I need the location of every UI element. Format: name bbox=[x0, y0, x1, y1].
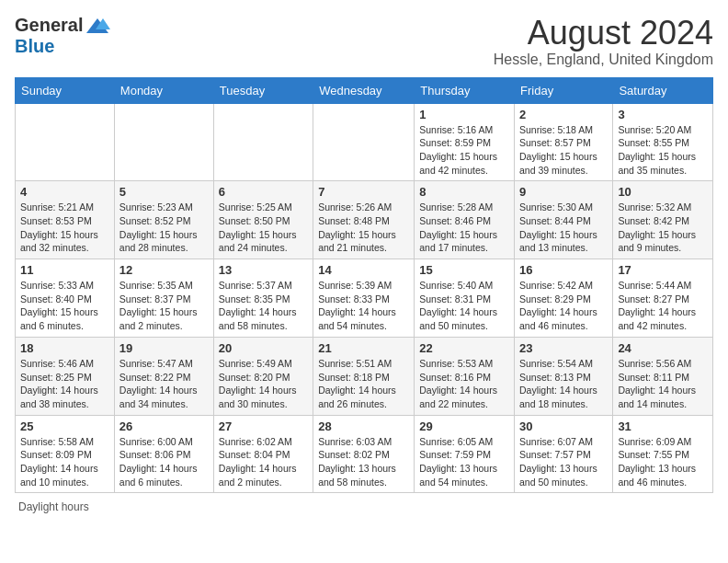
day-info: Sunrise: 5:18 AM Sunset: 8:57 PM Dayligh… bbox=[519, 123, 608, 178]
weekday-header-friday: Friday bbox=[515, 77, 613, 103]
day-info: Sunrise: 5:44 AM Sunset: 8:27 PM Dayligh… bbox=[618, 279, 708, 333]
calendar-cell bbox=[213, 103, 313, 181]
logo-general-text: General bbox=[15, 15, 83, 36]
day-info: Sunrise: 5:21 AM Sunset: 8:53 PM Dayligh… bbox=[20, 201, 109, 255]
day-info: Sunrise: 6:07 AM Sunset: 7:57 PM Dayligh… bbox=[519, 435, 608, 489]
day-info: Sunrise: 5:28 AM Sunset: 8:46 PM Dayligh… bbox=[419, 201, 509, 255]
day-number: 11 bbox=[20, 263, 109, 277]
calendar-cell: 28Sunrise: 6:03 AM Sunset: 8:02 PM Dayli… bbox=[313, 415, 415, 493]
day-info: Sunrise: 5:26 AM Sunset: 8:48 PM Dayligh… bbox=[318, 201, 409, 255]
day-info: Sunrise: 5:33 AM Sunset: 8:40 PM Dayligh… bbox=[20, 279, 109, 333]
day-info: Sunrise: 6:03 AM Sunset: 8:02 PM Dayligh… bbox=[318, 435, 409, 489]
calendar-cell: 21Sunrise: 5:51 AM Sunset: 8:18 PM Dayli… bbox=[313, 337, 415, 415]
day-number: 13 bbox=[219, 263, 308, 277]
day-info: Sunrise: 5:46 AM Sunset: 8:25 PM Dayligh… bbox=[20, 357, 109, 411]
day-number: 23 bbox=[519, 341, 608, 355]
week-row-2: 4Sunrise: 5:21 AM Sunset: 8:53 PM Daylig… bbox=[16, 181, 713, 259]
weekday-header-sunday: Sunday bbox=[16, 77, 115, 103]
title-area: August 2024 Hessle, England, United King… bbox=[494, 15, 713, 68]
calendar-cell: 4Sunrise: 5:21 AM Sunset: 8:53 PM Daylig… bbox=[16, 181, 115, 259]
day-number: 8 bbox=[419, 185, 509, 199]
calendar-cell: 12Sunrise: 5:35 AM Sunset: 8:37 PM Dayli… bbox=[114, 259, 213, 338]
day-info: Sunrise: 5:39 AM Sunset: 8:33 PM Dayligh… bbox=[318, 279, 409, 333]
day-number: 10 bbox=[618, 185, 708, 199]
calendar-cell: 17Sunrise: 5:44 AM Sunset: 8:27 PM Dayli… bbox=[613, 259, 713, 338]
week-row-5: 25Sunrise: 5:58 AM Sunset: 8:09 PM Dayli… bbox=[16, 415, 713, 493]
day-number: 28 bbox=[318, 419, 409, 433]
calendar-cell: 11Sunrise: 5:33 AM Sunset: 8:40 PM Dayli… bbox=[16, 259, 115, 338]
day-info: Sunrise: 6:05 AM Sunset: 7:59 PM Dayligh… bbox=[419, 435, 509, 489]
calendar-cell bbox=[313, 103, 415, 181]
day-number: 12 bbox=[119, 263, 209, 277]
logo-blue-text: Blue bbox=[15, 36, 54, 56]
day-number: 14 bbox=[318, 263, 409, 277]
week-row-3: 11Sunrise: 5:33 AM Sunset: 8:40 PM Dayli… bbox=[16, 259, 713, 338]
calendar-cell bbox=[16, 103, 115, 181]
weekday-header-row: SundayMondayTuesdayWednesdayThursdayFrid… bbox=[16, 77, 713, 103]
calendar-cell: 16Sunrise: 5:42 AM Sunset: 8:29 PM Dayli… bbox=[515, 259, 613, 338]
day-number: 18 bbox=[20, 341, 109, 355]
logo-icon bbox=[85, 17, 110, 35]
day-info: Sunrise: 5:53 AM Sunset: 8:16 PM Dayligh… bbox=[419, 357, 509, 411]
weekday-header-saturday: Saturday bbox=[613, 77, 713, 103]
day-number: 15 bbox=[419, 263, 509, 277]
calendar-cell: 3Sunrise: 5:20 AM Sunset: 8:55 PM Daylig… bbox=[613, 103, 713, 181]
day-info: Sunrise: 5:49 AM Sunset: 8:20 PM Dayligh… bbox=[219, 357, 308, 411]
day-number: 4 bbox=[20, 185, 109, 199]
calendar-cell: 7Sunrise: 5:26 AM Sunset: 8:48 PM Daylig… bbox=[313, 181, 415, 259]
day-number: 1 bbox=[419, 108, 509, 121]
calendar-cell: 22Sunrise: 5:53 AM Sunset: 8:16 PM Dayli… bbox=[415, 337, 515, 415]
day-number: 25 bbox=[20, 419, 109, 433]
day-info: Sunrise: 5:23 AM Sunset: 8:52 PM Dayligh… bbox=[119, 201, 209, 255]
calendar-cell: 2Sunrise: 5:18 AM Sunset: 8:57 PM Daylig… bbox=[515, 103, 613, 181]
day-number: 7 bbox=[318, 185, 409, 199]
week-row-4: 18Sunrise: 5:46 AM Sunset: 8:25 PM Dayli… bbox=[16, 337, 713, 415]
day-number: 6 bbox=[219, 185, 308, 199]
calendar-cell: 24Sunrise: 5:56 AM Sunset: 8:11 PM Dayli… bbox=[613, 337, 713, 415]
day-number: 9 bbox=[519, 185, 608, 199]
day-number: 29 bbox=[419, 419, 509, 433]
day-number: 5 bbox=[119, 185, 209, 199]
day-info: Sunrise: 5:40 AM Sunset: 8:31 PM Dayligh… bbox=[419, 279, 509, 333]
day-info: Sunrise: 5:35 AM Sunset: 8:37 PM Dayligh… bbox=[119, 279, 209, 333]
calendar-cell: 8Sunrise: 5:28 AM Sunset: 8:46 PM Daylig… bbox=[415, 181, 515, 259]
day-number: 21 bbox=[318, 341, 409, 355]
day-info: Sunrise: 5:32 AM Sunset: 8:42 PM Dayligh… bbox=[618, 201, 708, 255]
calendar-table: SundayMondayTuesdayWednesdayThursdayFrid… bbox=[15, 77, 713, 494]
day-number: 2 bbox=[519, 108, 608, 121]
month-year-heading: August 2024 bbox=[494, 15, 713, 52]
day-info: Sunrise: 5:51 AM Sunset: 8:18 PM Dayligh… bbox=[318, 357, 409, 411]
day-number: 30 bbox=[519, 419, 608, 433]
day-info: Sunrise: 5:47 AM Sunset: 8:22 PM Dayligh… bbox=[119, 357, 209, 411]
calendar-cell: 15Sunrise: 5:40 AM Sunset: 8:31 PM Dayli… bbox=[415, 259, 515, 338]
daylight-hours-label: Daylight hours bbox=[18, 500, 89, 513]
day-info: Sunrise: 5:25 AM Sunset: 8:50 PM Dayligh… bbox=[219, 201, 308, 255]
day-info: Sunrise: 5:42 AM Sunset: 8:29 PM Dayligh… bbox=[519, 279, 608, 333]
day-info: Sunrise: 6:02 AM Sunset: 8:04 PM Dayligh… bbox=[219, 435, 308, 489]
calendar-cell: 9Sunrise: 5:30 AM Sunset: 8:44 PM Daylig… bbox=[515, 181, 613, 259]
calendar-cell: 19Sunrise: 5:47 AM Sunset: 8:22 PM Dayli… bbox=[114, 337, 213, 415]
location-text: Hessle, England, United Kingdom bbox=[494, 52, 713, 68]
day-info: Sunrise: 5:56 AM Sunset: 8:11 PM Dayligh… bbox=[618, 357, 708, 411]
weekday-header-tuesday: Tuesday bbox=[213, 77, 313, 103]
day-info: Sunrise: 6:09 AM Sunset: 7:55 PM Dayligh… bbox=[618, 435, 708, 489]
weekday-header-wednesday: Wednesday bbox=[313, 77, 415, 103]
weekday-header-thursday: Thursday bbox=[415, 77, 515, 103]
calendar-cell: 31Sunrise: 6:09 AM Sunset: 7:55 PM Dayli… bbox=[613, 415, 713, 493]
calendar-cell: 18Sunrise: 5:46 AM Sunset: 8:25 PM Dayli… bbox=[16, 337, 115, 415]
day-info: Sunrise: 5:16 AM Sunset: 8:59 PM Dayligh… bbox=[419, 123, 509, 178]
day-info: Sunrise: 5:30 AM Sunset: 8:44 PM Dayligh… bbox=[519, 201, 608, 255]
day-number: 16 bbox=[519, 263, 608, 277]
calendar-cell: 26Sunrise: 6:00 AM Sunset: 8:06 PM Dayli… bbox=[114, 415, 213, 493]
day-info: Sunrise: 5:54 AM Sunset: 8:13 PM Dayligh… bbox=[519, 357, 608, 411]
day-number: 17 bbox=[618, 263, 708, 277]
day-number: 31 bbox=[618, 419, 708, 433]
day-number: 27 bbox=[219, 419, 308, 433]
calendar-cell: 6Sunrise: 5:25 AM Sunset: 8:50 PM Daylig… bbox=[213, 181, 313, 259]
calendar-cell bbox=[114, 103, 213, 181]
calendar-cell: 27Sunrise: 6:02 AM Sunset: 8:04 PM Dayli… bbox=[213, 415, 313, 493]
footer-note: Daylight hours bbox=[15, 500, 713, 513]
day-number: 20 bbox=[219, 341, 308, 355]
weekday-header-monday: Monday bbox=[114, 77, 213, 103]
calendar-cell: 10Sunrise: 5:32 AM Sunset: 8:42 PM Dayli… bbox=[613, 181, 713, 259]
